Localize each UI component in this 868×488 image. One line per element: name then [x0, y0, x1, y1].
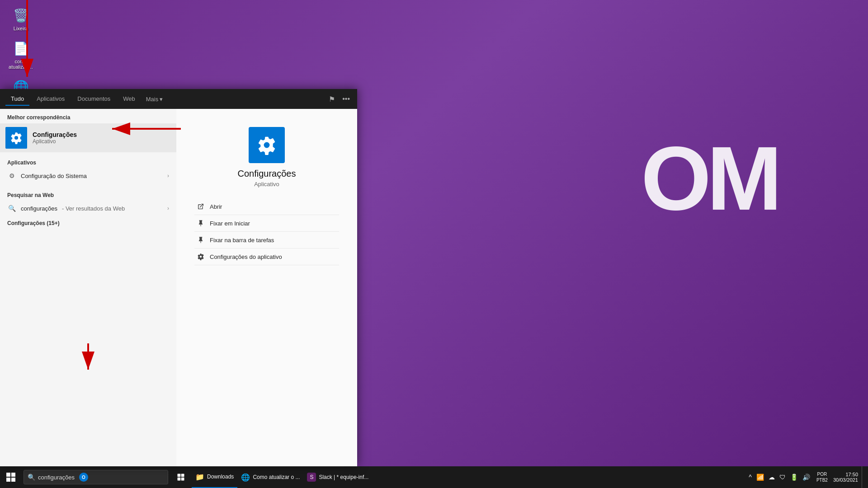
- show-desktop-button[interactable]: [862, 466, 864, 488]
- best-match-text: Configurações Aplicativo: [33, 131, 77, 145]
- best-match-title: Melhor correspondência: [0, 109, 176, 123]
- action-config-app-label: Configurações do aplicativo: [210, 253, 282, 260]
- configuracoes-app-icon: [5, 127, 27, 149]
- pin-start-icon: [196, 219, 205, 228]
- taskbar-right: ^ 📶 ☁ 🛡 🔋 🔊 POR PTB2 17:50 30/03/2021: [742, 466, 868, 488]
- windows-logo-icon: [6, 473, 15, 482]
- web-search-label: configurações: [21, 205, 57, 212]
- desktop-icon-doc1[interactable]: 📄 como atualizar ...: [5, 38, 37, 71]
- action-fixar-iniciar[interactable]: Fixar em Iniciar: [194, 215, 339, 232]
- flag-icon[interactable]: ⚑: [327, 93, 337, 105]
- tab-documentos[interactable]: Documentos: [72, 93, 116, 106]
- right-panel-actions: Abrir Fixar em Iniciar Fixar na barra de…: [185, 198, 348, 265]
- chrome-taskbar-label: Como atualizar o ...: [253, 474, 300, 480]
- menu-right-panel: Configurações Aplicativo Abrir Fixar em …: [176, 109, 357, 466]
- doc1-label: como atualizar ...: [6, 59, 35, 70]
- slack-taskbar-icon: S: [307, 473, 316, 482]
- taskbar: 🔍 configurações O 📁 Downloads 🌐 Como atu…: [0, 466, 868, 488]
- config-sistema-arrow: ›: [167, 173, 169, 179]
- network-icon[interactable]: 📶: [755, 473, 765, 482]
- action-abrir-label: Abrir: [210, 203, 222, 210]
- chevron-down-icon: ▾: [160, 96, 163, 103]
- downloads-icon: 📁: [195, 472, 204, 481]
- right-panel-app-icon: [249, 127, 285, 163]
- taskbar-item-chrome[interactable]: 🌐 Como atualizar o ...: [237, 466, 303, 488]
- web-section-title: Pesquisar na Web: [0, 187, 176, 201]
- search-icon: 🔍: [28, 474, 35, 481]
- onedrive-icon[interactable]: ☁: [768, 473, 776, 482]
- best-match-item[interactable]: Configurações Aplicativo: [0, 123, 176, 152]
- task-view-button[interactable]: [170, 466, 192, 488]
- app-settings-icon: [196, 252, 205, 261]
- config-sistema-label: Configuração do Sistema: [21, 173, 87, 179]
- right-panel-app-type: Aplicativo: [254, 181, 279, 188]
- search-icon: 🔍: [7, 204, 16, 213]
- dots-icon[interactable]: •••: [340, 93, 352, 105]
- taskbar-item-slack[interactable]: S Slack | * equipe-inf...: [303, 466, 372, 488]
- start-button[interactable]: [0, 466, 22, 488]
- action-fixar-taskbar[interactable]: Fixar na barra de tarefas: [194, 232, 339, 249]
- clock-time: 17:50: [845, 472, 858, 477]
- svg-rect-1: [181, 474, 184, 477]
- menu-topbar-right: ⚑ •••: [327, 93, 352, 105]
- slack-taskbar-label: Slack | * equipe-inf...: [319, 474, 368, 480]
- clock-date: 30/03/2021: [833, 477, 858, 483]
- svg-rect-2: [178, 478, 181, 481]
- doc1-icon: 📄: [12, 39, 30, 57]
- search-menu: Tudo Aplicativos Documentos Web Mais ▾ ⚑…: [0, 89, 357, 466]
- web-section: Pesquisar na Web 🔍 configurações - Ver r…: [0, 185, 176, 217]
- volume-icon[interactable]: 🔊: [802, 473, 811, 482]
- action-fixar-iniciar-label: Fixar em Iniciar: [210, 220, 250, 227]
- recycle-bin-label: Lixeira: [14, 26, 28, 31]
- system-tray: ^ 📶 ☁ 🛡 🔋 🔊: [746, 473, 813, 482]
- search-query-text: configurações: [38, 474, 75, 481]
- battery-icon[interactable]: 🔋: [789, 473, 799, 482]
- desktop: OM 🗑️ Lixeira 📄 como atualizar ... 🌐 Mic…: [0, 0, 868, 488]
- best-match-app-name: Configurações: [33, 131, 77, 138]
- tab-web[interactable]: Web: [118, 93, 141, 106]
- apps-section-title: Aplicativos: [0, 154, 176, 169]
- open-icon: [196, 202, 205, 211]
- desktop-brand-text: OM: [641, 127, 778, 230]
- best-match-app-type: Aplicativo: [33, 138, 77, 145]
- action-abrir[interactable]: Abrir: [194, 198, 339, 215]
- desktop-icon-recycle-bin[interactable]: 🗑️ Lixeira: [5, 5, 37, 33]
- menu-left-panel: Melhor correspondência Configurações Apl…: [0, 109, 176, 466]
- taskbar-clock[interactable]: 17:50 30/03/2021: [831, 472, 860, 483]
- tab-tudo[interactable]: Tudo: [5, 93, 29, 106]
- web-search-secondary: - Ver resultados da Web: [62, 205, 125, 212]
- tab-mais[interactable]: Mais ▾: [142, 93, 166, 105]
- language-indicator[interactable]: POR PTB2: [815, 471, 830, 483]
- action-config-app[interactable]: Configurações do aplicativo: [194, 249, 339, 265]
- config-sistema-item[interactable]: ⚙ Configuração do Sistema ›: [0, 169, 176, 183]
- tab-aplicativos[interactable]: Aplicativos: [31, 93, 70, 106]
- right-panel-app-name: Configurações: [238, 169, 296, 179]
- apps-section: Aplicativos ⚙ Configuração do Sistema ›: [0, 152, 176, 185]
- pin-taskbar-icon: [196, 235, 205, 244]
- taskbar-search-bar[interactable]: 🔍 configurações O: [24, 470, 168, 484]
- downloads-label: Downloads: [207, 474, 234, 480]
- recycle-bin-icon: 🗑️: [12, 6, 30, 24]
- svg-rect-3: [181, 478, 184, 481]
- chevron-up-icon[interactable]: ^: [748, 473, 753, 482]
- menu-topbar: Tudo Aplicativos Documentos Web Mais ▾ ⚑…: [0, 89, 357, 109]
- svg-rect-0: [178, 474, 181, 477]
- chrome-taskbar-icon: 🌐: [241, 473, 250, 482]
- menu-content: Melhor correspondência Configurações Apl…: [0, 109, 357, 466]
- security-icon[interactable]: 🛡: [778, 473, 787, 482]
- web-search-item[interactable]: 🔍 configurações - Ver resultados da Web …: [0, 201, 176, 216]
- config-count: Configurações (15+): [0, 217, 176, 229]
- taskbar-item-downloads[interactable]: 📁 Downloads: [192, 466, 237, 488]
- cortana-icon[interactable]: O: [79, 473, 88, 482]
- web-search-arrow: ›: [167, 205, 169, 211]
- action-fixar-taskbar-label: Fixar na barra de tarefas: [210, 237, 274, 244]
- config-sistema-icon: ⚙: [7, 171, 16, 180]
